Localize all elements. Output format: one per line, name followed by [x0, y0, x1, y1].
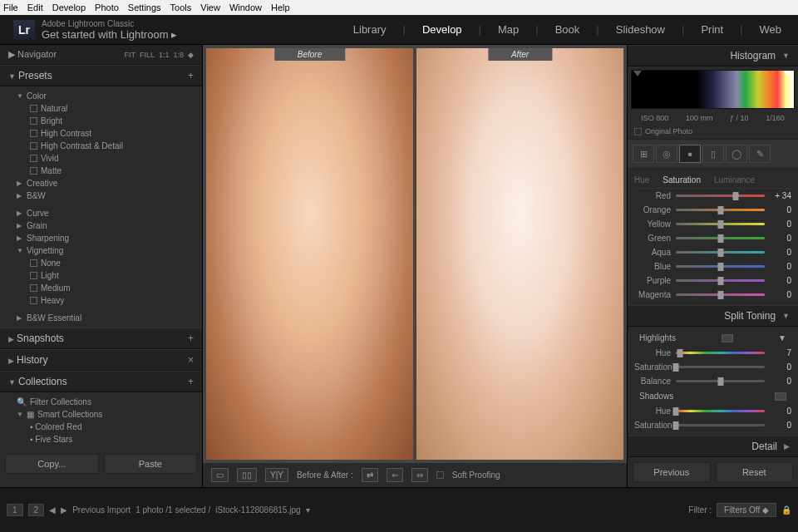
module-web[interactable]: Web [756, 23, 786, 36]
split-s-hue-slider[interactable] [676, 410, 765, 413]
menu-help[interactable]: Help [271, 2, 290, 12]
nav-size-FIT[interactable]: FIT [124, 51, 135, 59]
history-header[interactable]: ▶ History × [0, 349, 202, 371]
sat-purple-slider[interactable] [676, 279, 765, 283]
preset-heavy[interactable]: Heavy [0, 294, 202, 307]
collections-header[interactable]: ▼ Collections + [0, 371, 202, 392]
sat-orange-slider[interactable] [676, 209, 765, 212]
shadows-swatch[interactable] [775, 392, 786, 401]
clear-history-icon[interactable]: × [188, 354, 194, 366]
crop-tool-icon[interactable]: ⊞ [633, 145, 654, 163]
after-image[interactable]: After [416, 48, 623, 460]
nav-back-icon[interactable]: ◀ [49, 505, 56, 515]
brush-tool-icon[interactable]: ✎ [749, 145, 771, 163]
menu-file[interactable]: File [3, 2, 18, 12]
preset-group-color[interactable]: ▼Color [0, 90, 202, 102]
navigator-header[interactable]: ▶ Navigator FITFILL1:11:8 ◆ [0, 45, 202, 65]
compare-h-icon[interactable]: ▯▯ [237, 468, 257, 482]
nav-size-FILL[interactable]: FILL [140, 51, 155, 59]
preset-vivid[interactable]: Vivid [0, 152, 202, 165]
before-image[interactable]: Before [206, 48, 413, 460]
histogram-header[interactable]: Histogram▼ [628, 45, 798, 66]
sat-red-slider[interactable] [676, 195, 765, 198]
radial-tool-icon[interactable]: ◯ [726, 145, 747, 163]
nav-size-1:1[interactable]: 1:1 [159, 51, 170, 59]
module-map[interactable]: Map [495, 23, 522, 36]
menu-photo[interactable]: Photo [95, 2, 119, 12]
monitor-2-icon[interactable]: 2 [28, 504, 45, 516]
module-slideshow[interactable]: Slideshow [613, 23, 668, 36]
preset-group-creative[interactable]: ▶Creative [0, 177, 202, 190]
preset-group-sharpening[interactable]: ▶Sharpening [0, 232, 202, 244]
preset-high-contrast[interactable]: High Contrast [0, 127, 202, 140]
spot-tool-icon[interactable]: ◎ [656, 145, 677, 163]
add-preset-icon[interactable]: + [188, 70, 194, 81]
menu-develop[interactable]: Develop [52, 2, 86, 12]
menu-view[interactable]: View [200, 2, 220, 12]
redeye-tool-icon[interactable]: ● [679, 145, 701, 163]
menu-settings[interactable]: Settings [128, 2, 161, 12]
soft-proofing-checkbox[interactable] [436, 471, 444, 479]
collection-colored-red[interactable]: ▪ Colored Red [0, 421, 202, 433]
copy-button[interactable]: Copy... [5, 454, 99, 474]
highlights-swatch[interactable] [722, 334, 733, 342]
preset-matte[interactable]: Matte [0, 165, 202, 177]
preset-bright[interactable]: Bright [0, 115, 202, 127]
module-print[interactable]: Print [697, 23, 727, 36]
preset-group-grain[interactable]: ▶Grain [0, 219, 202, 232]
paste-button[interactable]: Paste [104, 454, 198, 474]
hsl-tab-saturation[interactable]: Saturation [663, 175, 701, 185]
menu-tools[interactable]: Tools [170, 2, 192, 12]
preset-medium[interactable]: Medium [0, 282, 202, 294]
hsl-tab-hue[interactable]: Hue [634, 175, 649, 185]
copy-after-icon[interactable]: ⇔ [411, 468, 428, 482]
copy-before-icon[interactable]: ⇐ [387, 468, 403, 482]
reset-button[interactable]: Reset [716, 462, 794, 482]
split-toning-header[interactable]: Split Toning▼ [628, 305, 798, 327]
module-book[interactable]: Book [552, 23, 584, 36]
detail-header[interactable]: Detail▶ [628, 436, 798, 457]
source-label[interactable]: Previous Import [72, 505, 131, 515]
split-balance-slider[interactable] [676, 380, 765, 383]
preset-none[interactable]: None [0, 257, 202, 269]
filter-dropdown[interactable]: Filters Off ◆ [717, 503, 776, 517]
preset-group-curve[interactable]: ▶Curve [0, 207, 202, 219]
nav-size-1:8[interactable]: 1:8 [173, 51, 184, 59]
add-snapshot-icon[interactable]: + [188, 332, 194, 344]
collection-five-stars[interactable]: ▪ Five Stars [0, 433, 202, 446]
menu-window[interactable]: Window [229, 2, 262, 12]
sat-yellow-slider[interactable] [676, 223, 765, 226]
split-h-hue-slider[interactable] [676, 352, 765, 355]
menu-edit[interactable]: Edit [27, 2, 43, 12]
filter-collections-input[interactable]: 🔍 Filter Collections [0, 396, 202, 408]
sat-aqua-slider[interactable] [676, 251, 765, 254]
navigator-sizes[interactable]: FITFILL1:11:8 ◆ [124, 51, 194, 59]
snapshots-header[interactable]: ▶ Snapshots + [0, 328, 202, 349]
preset-natural[interactable]: Natural [0, 102, 202, 115]
preset-group-bw-essential[interactable]: ▶B&W Essential [0, 312, 202, 324]
sat-magenta-slider[interactable] [676, 293, 765, 297]
smart-collections[interactable]: ▼▦ Smart Collections [0, 408, 202, 421]
sat-green-slider[interactable] [676, 237, 765, 240]
module-library[interactable]: Library [350, 23, 390, 36]
sat-blue-slider[interactable] [676, 265, 765, 268]
original-photo-toggle[interactable]: Original Photo [628, 124, 798, 139]
split-h-sat-slider[interactable] [676, 366, 765, 369]
grad-tool-icon[interactable]: ▯ [702, 145, 724, 163]
previous-button[interactable]: Previous [633, 462, 711, 482]
histogram-display[interactable] [631, 70, 795, 109]
module-develop[interactable]: Develop [419, 23, 466, 36]
add-collection-icon[interactable]: + [188, 376, 194, 387]
compare-v-icon[interactable]: Y|Y [265, 468, 288, 482]
preset-group-b&w[interactable]: ▶B&W [0, 190, 202, 202]
filter-lock-icon[interactable]: 🔒 [781, 505, 791, 515]
preset-group-vignetting[interactable]: ▼Vignetting [0, 244, 202, 257]
split-s-sat-slider[interactable] [676, 424, 765, 427]
app-subtitle[interactable]: Get started with Lightroom ▸ [42, 28, 177, 41]
swap-icon[interactable]: ⇄ [362, 468, 378, 482]
presets-header[interactable]: ▼ Presets + [0, 65, 202, 86]
hsl-tab-luminance[interactable]: Luminance [714, 175, 755, 185]
nav-forward-icon[interactable]: ▶ [61, 505, 67, 515]
loupe-view-icon[interactable]: ▭ [211, 468, 229, 482]
preset-light[interactable]: Light [0, 269, 202, 282]
